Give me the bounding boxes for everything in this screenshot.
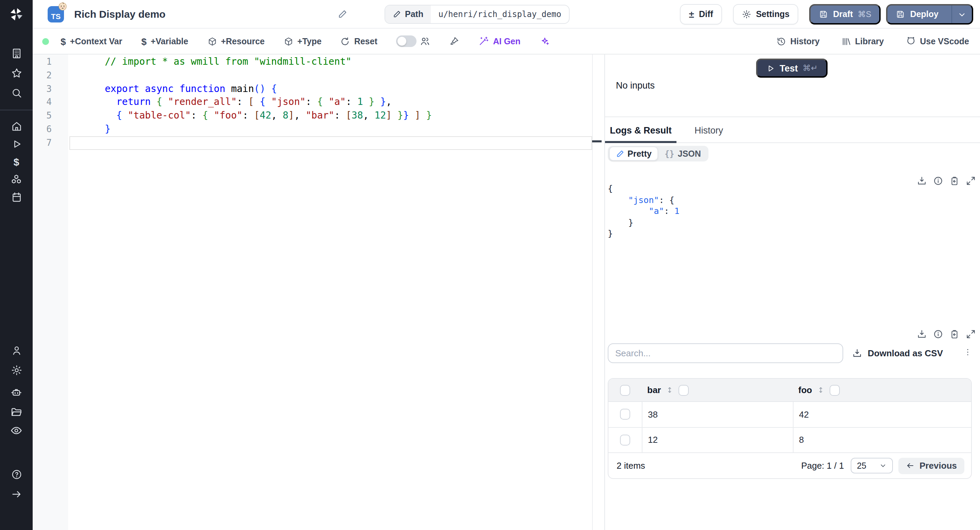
draft-button[interactable]: Draft ⌘S [809, 4, 881, 24]
foo-column-toggle[interactable] [830, 385, 840, 396]
diff-button[interactable]: ± Diff [680, 4, 722, 24]
settings-button[interactable]: Settings [733, 4, 799, 24]
table-body: 3842128 [608, 402, 971, 453]
result-info-button[interactable] [933, 176, 943, 186]
download-csv-label: Download as CSV [868, 348, 943, 358]
sidebar-item-schedules[interactable] [0, 192, 33, 203]
path-edit-button[interactable]: Path [385, 5, 431, 23]
deploy-options-button[interactable] [951, 5, 972, 23]
library-label: Library [855, 37, 884, 46]
row-checkbox[interactable] [620, 409, 630, 420]
tab-history[interactable]: History [676, 117, 741, 143]
history-label: History [791, 37, 820, 46]
expand-table-button[interactable] [966, 329, 976, 339]
save-icon [819, 10, 828, 19]
code-lines[interactable]: // import * as wmill from "windmill-clie… [105, 55, 594, 150]
sidebar-item-favorites[interactable] [0, 67, 33, 79]
expand-icon [966, 176, 976, 186]
active-tab-underline [605, 141, 676, 143]
result-table: bar foo [608, 378, 972, 479]
sidebar-item-audit-logs[interactable] [0, 425, 33, 437]
arrow-right-icon [11, 488, 22, 500]
row-checkbox[interactable] [620, 435, 630, 445]
sidebar-item-workers[interactable] [0, 386, 33, 399]
table-search-input[interactable] [608, 343, 843, 363]
deploy-main[interactable]: Deploy [888, 5, 947, 23]
windmill-logo[interactable] [0, 7, 33, 22]
edit-title-button[interactable] [337, 10, 347, 19]
select-all-checkbox[interactable] [620, 385, 630, 396]
code-editor[interactable]: 1234567 // import * as wmill from "windm… [33, 54, 594, 530]
run-as-user-toggle[interactable] [396, 35, 417, 47]
sort-foo-button[interactable] [817, 386, 824, 394]
download-table-button[interactable] [917, 329, 927, 339]
use-vscode-button[interactable]: Use VScode [905, 36, 969, 46]
sidebar-item-users[interactable] [0, 345, 33, 356]
pagination: Page: 1 / 1 25 Previous [801, 457, 964, 474]
bar-column-toggle[interactable] [679, 385, 689, 396]
editor-scrollbar-track[interactable] [592, 54, 593, 530]
add-variable-button[interactable]: $ +Variable [141, 36, 188, 47]
sidebar-expand-button[interactable] [0, 488, 33, 500]
download-result-button[interactable] [917, 176, 927, 186]
table-header: bar foo [608, 379, 971, 402]
expand-icon [966, 329, 976, 339]
table-menu-button[interactable] [962, 346, 974, 358]
building-icon [11, 48, 22, 59]
copy-table-button[interactable] [950, 329, 959, 339]
user-icon [11, 345, 22, 356]
current-line-highlight [69, 136, 592, 150]
use-vscode-label: Use VScode [920, 37, 969, 46]
magic-wand-icon [479, 36, 489, 46]
previous-page-button[interactable]: Previous [898, 457, 964, 474]
clipboard-copy-icon [950, 329, 959, 339]
ai-gen-button[interactable]: AI Gen [479, 36, 520, 46]
sparkles-button[interactable] [540, 36, 550, 46]
toolbar-right-group: History Library Use VScode [777, 36, 969, 46]
sidebar-item-settings[interactable] [0, 364, 33, 376]
result-json: { "json": { "a": 1 }} [608, 183, 679, 239]
download-csv-button[interactable]: Download as CSV [852, 343, 943, 363]
test-button[interactable]: Test ⌘↵ [756, 59, 827, 78]
sidebar-item-workspace[interactable] [0, 48, 33, 59]
pretty-view-button[interactable]: Pretty [609, 147, 659, 161]
column-label-foo[interactable]: foo [798, 385, 812, 395]
draft-shortcut: ⌘S [858, 10, 872, 19]
sidebar-item-folders[interactable] [0, 406, 33, 418]
table-info-button[interactable] [933, 329, 943, 339]
expand-result-button[interactable] [966, 176, 976, 186]
sidebar-item-help[interactable] [0, 469, 33, 480]
add-context-var-button[interactable]: $ +Context Var [60, 36, 122, 47]
sidebar-item-variables[interactable]: $ [0, 156, 33, 168]
sidebar-item-runs[interactable] [0, 138, 33, 150]
deploy-button[interactable]: Deploy [886, 4, 973, 24]
paintbrush-icon [450, 36, 460, 46]
info-icon [933, 176, 943, 186]
history-clock-icon [777, 37, 786, 46]
sort-bar-button[interactable] [666, 386, 673, 394]
add-type-button[interactable]: +Type [284, 37, 321, 46]
format-button[interactable] [450, 36, 460, 46]
reset-button[interactable]: Reset [340, 37, 377, 46]
previous-page-label: Previous [920, 461, 957, 471]
history-button[interactable]: History [777, 37, 820, 46]
folder-icon [10, 406, 22, 418]
sidebar-item-home[interactable] [0, 121, 33, 132]
json-view-button[interactable]: {} JSON [659, 147, 707, 161]
star-icon [11, 67, 22, 79]
path-value[interactable]: u/henri/rich_display_demo [431, 5, 569, 23]
windmill-script-editor: $ [0, 0, 980, 530]
column-label-bar[interactable]: bar [647, 385, 661, 395]
copy-result-button[interactable] [950, 176, 959, 186]
path-control[interactable]: Path u/henri/rich_display_demo [385, 5, 569, 24]
library-button[interactable]: Library [842, 37, 884, 46]
table-cell: 38 [642, 402, 793, 427]
download-icon [852, 348, 862, 358]
tab-logs-result[interactable]: Logs & Result [605, 117, 676, 143]
table-header-foo: foo [793, 385, 971, 396]
add-resource-button[interactable]: +Resource [207, 37, 265, 46]
sidebar-item-resources[interactable] [0, 174, 33, 186]
sidebar-item-search[interactable] [0, 87, 33, 99]
robot-icon [10, 386, 22, 399]
page-size-select[interactable]: 25 [851, 458, 893, 473]
